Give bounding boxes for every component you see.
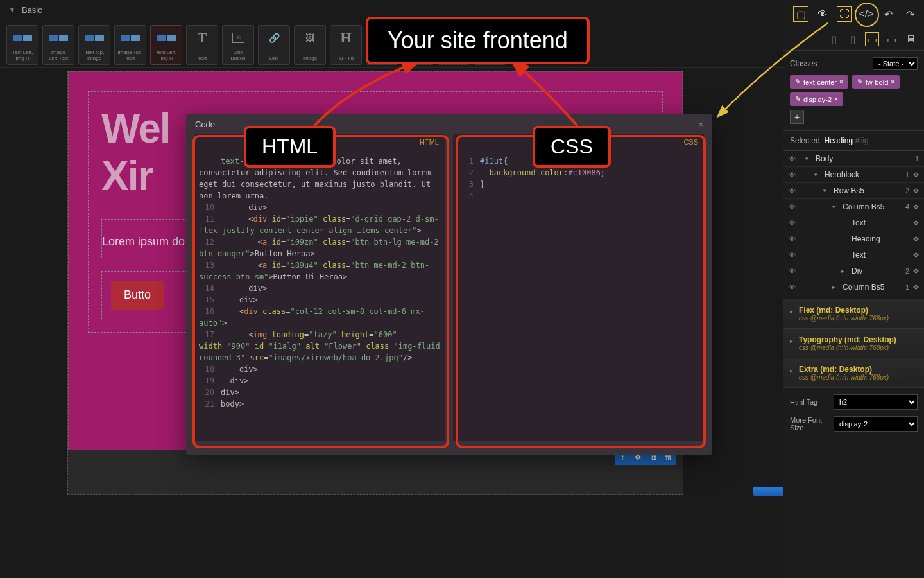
accordion-flex[interactable]: ▸Flex (md: Desktop)css @media (min-width…	[783, 299, 924, 329]
add-class-button[interactable]: +	[790, 110, 804, 124]
classes-section: Classes - State - ✎ text-center ×✎ fw-bo…	[783, 51, 924, 130]
accordion-title: Flex (md: Desktop)	[790, 306, 918, 315]
visibility-icon[interactable]: 👁	[789, 187, 798, 195]
tree-row-column-bs5[interactable]: 👁▸Column Bs51✥	[783, 279, 924, 295]
component-icon	[117, 28, 143, 48]
component-image-left-text[interactable]: Image Left,Text	[42, 25, 74, 65]
drag-handle-icon[interactable]: ✥	[913, 251, 919, 259]
component-text[interactable]: TText	[186, 25, 218, 65]
redo-icon[interactable]: ↷	[902, 6, 918, 22]
component-icon: ⎘	[225, 28, 251, 48]
remove-chip-icon[interactable]: ×	[891, 78, 894, 85]
class-chip-text-center[interactable]: ✎ text-center ×	[790, 75, 848, 89]
component-link-button[interactable]: ⎘Link Button	[222, 25, 254, 65]
preview-icon[interactable]: 👁	[815, 6, 830, 22]
tree-label: Column Bs5	[843, 202, 902, 211]
undo-icon[interactable]: ↶	[880, 6, 896, 22]
caret-icon: ▸	[790, 367, 793, 374]
caret-icon[interactable]: ▾	[805, 155, 812, 162]
desktop-icon[interactable]: 🖥	[903, 32, 918, 46]
child-count: 1	[905, 171, 909, 179]
annotation-border	[193, 135, 449, 448]
visibility-icon[interactable]: 👁	[789, 235, 798, 243]
drag-handle-icon[interactable]: ✥	[913, 267, 919, 276]
laptop-icon[interactable]: ▭	[884, 32, 898, 46]
caret-icon[interactable]: ▾	[823, 188, 830, 194]
caret-icon[interactable]: ▸	[832, 284, 839, 290]
remove-chip-icon[interactable]: ×	[834, 96, 838, 103]
caret-icon: ▸	[790, 308, 793, 315]
visibility-icon[interactable]: 👁	[789, 171, 798, 179]
accordion-extra[interactable]: ▸Extra (md: Desktop)css @media (min-widt…	[783, 358, 924, 388]
annotation-frontend: Your site frontend	[366, 17, 590, 64]
chevron-down-icon: ▼	[9, 6, 15, 13]
close-icon[interactable]: ×	[698, 119, 703, 129]
visibility-icon[interactable]: 👁	[789, 203, 798, 211]
tree-label: Text	[851, 218, 905, 227]
tree-row-heroblock[interactable]: 👁▾Heroblock1✥	[783, 167, 924, 183]
visibility-icon[interactable]: 👁	[789, 219, 798, 227]
html-tag-label: Html Tag	[790, 398, 828, 406]
tree-row-text[interactable]: 👁Text✥	[783, 215, 924, 231]
component-icon: 🖼	[297, 28, 323, 48]
drag-handle-icon[interactable]: ✥	[913, 235, 919, 243]
right-panel: ▢ 👁 ⛶ </> ↶ ↷ ▯ ▯ ▭ ▭ 🖥 Classes - State …	[783, 0, 924, 578]
edit-icon: ✎	[795, 95, 801, 103]
font-size-label: More Font Size	[790, 416, 828, 432]
drag-handle-icon[interactable]: ✥	[913, 219, 919, 227]
fullscreen-icon[interactable]: ⛶	[837, 6, 852, 22]
tree-row-column-bs5[interactable]: 👁▾Column Bs54✥	[783, 199, 924, 215]
drag-handle-icon[interactable]: ✥	[913, 187, 919, 195]
section-label: Basic	[22, 5, 42, 15]
hero-button[interactable]: Butto	[111, 281, 164, 310]
drag-handle-icon[interactable]: ✥	[913, 171, 919, 179]
child-count: 1	[905, 283, 909, 291]
tree-row-heading[interactable]: 👁Heading✥	[783, 231, 924, 247]
style-accordion: ▸Flex (md: Desktop)css @media (min-width…	[783, 299, 924, 388]
selected-info: Selected: Heading #iiig	[783, 130, 924, 151]
component-image[interactable]: 🖼Image	[294, 25, 326, 65]
tablet-landscape-icon[interactable]: ▭	[865, 32, 879, 46]
class-chip-display-2[interactable]: ✎ display-2 ×	[790, 92, 843, 106]
visibility-icon[interactable]: 👁	[789, 251, 798, 259]
outline-icon[interactable]: ▢	[793, 6, 809, 22]
caret-icon[interactable]: ▸	[841, 268, 848, 274]
visibility-icon[interactable]: 👁	[789, 155, 798, 162]
caret-icon[interactable]: ▾	[832, 204, 839, 210]
tablet-portrait-icon[interactable]: ▯	[846, 32, 860, 46]
tree-row-div[interactable]: 👁▸Div2✥	[783, 263, 924, 279]
child-count: 2	[905, 187, 909, 195]
component-label: H1 - H6	[337, 56, 355, 62]
caret-icon[interactable]: ▾	[814, 171, 821, 178]
visibility-icon[interactable]: 👁	[789, 283, 798, 291]
tree-label: Body	[816, 154, 911, 163]
tree-row-row-bs5[interactable]: 👁▾Row Bs52✥	[783, 183, 924, 199]
component-icon	[153, 28, 179, 48]
component-link[interactable]: 🔗Link	[258, 25, 290, 65]
html-tag-select[interactable]: h2	[834, 394, 918, 410]
accordion-typography[interactable]: ▸Typography (md: Desktop)css @media (min…	[783, 329, 924, 358]
component-label: Text top, Image	[81, 50, 107, 62]
font-size-select[interactable]: display-2	[834, 416, 918, 432]
drag-handle-icon[interactable]: ✥	[913, 203, 919, 211]
tree-row-text[interactable]: 👁Text✥	[783, 247, 924, 263]
state-select[interactable]: - State -	[873, 57, 918, 70]
class-chip-fw-bold[interactable]: ✎ fw-bold ×	[852, 75, 900, 89]
component-icon	[46, 28, 71, 48]
component-label: Image Top, Text	[117, 50, 143, 62]
visibility-icon[interactable]: 👁	[789, 267, 798, 275]
phone-icon[interactable]: ▯	[826, 32, 841, 46]
component-image-top-text[interactable]: Image Top, Text	[114, 25, 146, 65]
component-h1-h6[interactable]: HH1 - H6	[330, 25, 362, 65]
code-icon[interactable]: </>	[859, 6, 874, 22]
component-text-left-img-r[interactable]: Text Left, Img R	[6, 25, 38, 65]
remove-chip-icon[interactable]: ×	[839, 78, 843, 85]
drag-handle-icon[interactable]: ✥	[913, 283, 919, 292]
tree-row-body[interactable]: 👁▾Body1	[783, 151, 924, 167]
accordion-subtitle: css @media (min-width: 768px)	[790, 374, 918, 381]
component-text-left-img-r[interactable]: Text Left, Img R	[150, 25, 182, 65]
tree-label: Heading	[851, 234, 905, 243]
component-label: Text Left, Img R	[153, 50, 179, 62]
tree-label: Div	[851, 267, 902, 276]
component-text-top-image[interactable]: Text top, Image	[78, 25, 110, 65]
